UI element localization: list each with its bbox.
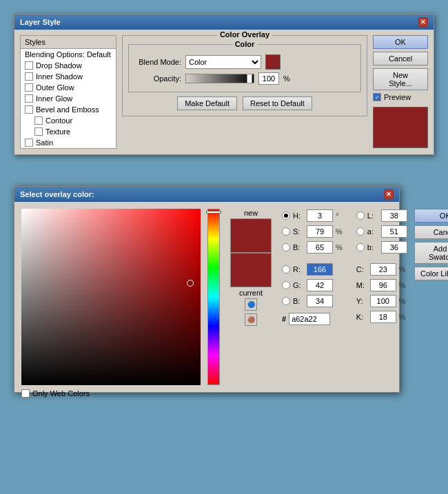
color-overlay-legend: Color Overlay (217, 30, 272, 39)
hue-slider[interactable] (207, 209, 220, 385)
color-picker-titlebar: Select overlay color: ✕ (14, 187, 399, 202)
hue-unit: ° (336, 212, 338, 220)
inner-shadow-label: Inner Shadow (36, 72, 83, 81)
magenta-label: M: (356, 281, 367, 289)
cyan-unit: % (399, 265, 406, 274)
color-field-container: Only Web Colors (21, 209, 201, 385)
sidebar-item-outer-glow[interactable]: Outer Glow (21, 82, 116, 93)
sidebar-item-bevel-emboss[interactable]: Bevel and Emboss (21, 104, 116, 115)
red-radio[interactable] (282, 265, 290, 274)
magenta-unit: % (399, 281, 406, 289)
lab-a-radio[interactable] (356, 227, 365, 236)
saturation-input[interactable] (307, 225, 333, 238)
lightness-label: L: (367, 212, 378, 220)
opacity-row: Opacity: % (133, 72, 356, 85)
only-web-colors-label: Only Web Colors (32, 389, 90, 398)
only-web-colors-checkbox[interactable] (21, 389, 30, 398)
satin-checkbox[interactable] (25, 138, 33, 147)
make-default-button[interactable]: Make Default (177, 96, 237, 110)
drop-shadow-label: Drop Shadow (36, 61, 82, 70)
blue-input[interactable] (307, 295, 333, 307)
only-web-colors-row: Only Web Colors (21, 389, 201, 398)
yellow-input[interactable] (370, 295, 396, 307)
hue-slider-container (207, 209, 220, 385)
dialog-main-content: Color Overlay Color Blend Mode: Color Op… (122, 35, 367, 149)
sidebar-item-texture[interactable]: Texture (21, 126, 116, 137)
inner-glow-label: Inner Glow (36, 94, 72, 103)
hue-input[interactable] (307, 209, 333, 222)
blue-radio[interactable] (282, 297, 290, 305)
cancel-button[interactable]: Cancel (373, 52, 428, 65)
eyedropper-current-button[interactable]: 🟤 (245, 313, 257, 326)
hue-radio[interactable] (282, 212, 290, 220)
new-color-swatch[interactable] (230, 218, 272, 253)
sidebar-item-inner-shadow[interactable]: Inner Shadow (21, 71, 116, 82)
add-to-swatches-button[interactable]: Add To Swatches (414, 242, 448, 264)
overlay-color-swatch[interactable] (265, 54, 281, 70)
green-radio[interactable] (282, 281, 290, 289)
color-field[interactable] (21, 209, 201, 385)
opacity-value-input[interactable] (258, 72, 279, 85)
outer-glow-checkbox[interactable] (25, 83, 33, 92)
key-label: K: (356, 313, 367, 321)
blue-row: B: (282, 294, 343, 308)
eyedropper-new-button[interactable]: 🔵 (245, 298, 257, 311)
color-values-left: H: ° S: % B: % R: (282, 209, 343, 325)
reset-to-default-button[interactable]: Reset to Default (243, 96, 312, 110)
hash-symbol: # (282, 315, 286, 323)
red-input[interactable] (307, 263, 333, 276)
lightness-row: L: (356, 209, 407, 223)
layer-style-close-button[interactable]: ✕ (418, 17, 428, 27)
contour-checkbox[interactable] (34, 116, 43, 125)
cyan-row: C: % (356, 263, 407, 276)
red-row: R: (282, 263, 343, 276)
color-picker-cancel-button[interactable]: Cancel (414, 225, 448, 239)
lab-b-input[interactable] (381, 241, 407, 254)
lab-a-input[interactable] (381, 225, 407, 238)
contour-label: Contour (45, 116, 72, 125)
brightness-unit: % (336, 243, 343, 251)
layer-style-dialog: Layer Style ✕ Styles Blending Options: D… (14, 14, 434, 155)
cyan-input[interactable] (370, 263, 396, 276)
opacity-slider[interactable] (185, 74, 254, 83)
inner-glow-checkbox[interactable] (25, 94, 33, 103)
brightness-radio[interactable] (282, 243, 290, 251)
inner-shadow-checkbox[interactable] (25, 72, 33, 81)
current-color-swatch[interactable] (230, 253, 272, 287)
cyan-label: C: (356, 265, 367, 274)
magenta-input[interactable] (370, 279, 396, 291)
drop-shadow-checkbox[interactable] (25, 61, 33, 70)
preview-label-text: Preview (384, 93, 411, 101)
blue-label: B: (293, 297, 304, 305)
sidebar-item-satin[interactable]: Satin (21, 137, 116, 148)
key-input[interactable] (370, 311, 396, 323)
current-color-label: current (239, 289, 263, 297)
sidebar-item-blending-options[interactable]: Blending Options: Default (21, 49, 116, 60)
brightness-input[interactable] (307, 241, 333, 254)
yellow-label: Y: (356, 297, 367, 305)
preview-checkbox[interactable]: ✓ (373, 93, 381, 101)
hex-input[interactable] (289, 313, 330, 325)
sidebar-item-contour[interactable]: Contour (21, 115, 116, 126)
yellow-row: Y: % (356, 294, 407, 308)
green-input[interactable] (307, 279, 333, 291)
sidebar-item-inner-glow[interactable]: Inner Glow (21, 93, 116, 104)
color-picker-close-button[interactable]: ✕ (384, 189, 394, 199)
lightness-input[interactable] (381, 209, 407, 222)
lab-b-radio[interactable] (356, 243, 365, 251)
color-sub-legend: Color (232, 40, 258, 48)
color-picker-ok-button[interactable]: OK (414, 209, 448, 223)
blend-mode-select[interactable]: Color (185, 55, 261, 69)
saturation-radio[interactable] (282, 227, 290, 236)
red-label: R: (293, 265, 304, 274)
color-libraries-button[interactable]: Color Libraries (414, 267, 448, 280)
hue-label: H: (293, 212, 304, 220)
bevel-emboss-checkbox[interactable] (25, 105, 33, 114)
sidebar-item-drop-shadow[interactable]: Drop Shadow (21, 60, 116, 71)
ok-button[interactable]: OK (373, 35, 428, 49)
new-style-button[interactable]: New Style... (373, 68, 428, 90)
blend-mode-label: Blend Mode: (133, 58, 181, 66)
lightness-radio[interactable] (356, 212, 365, 220)
brightness-label: B: (293, 243, 304, 251)
texture-checkbox[interactable] (34, 127, 43, 136)
